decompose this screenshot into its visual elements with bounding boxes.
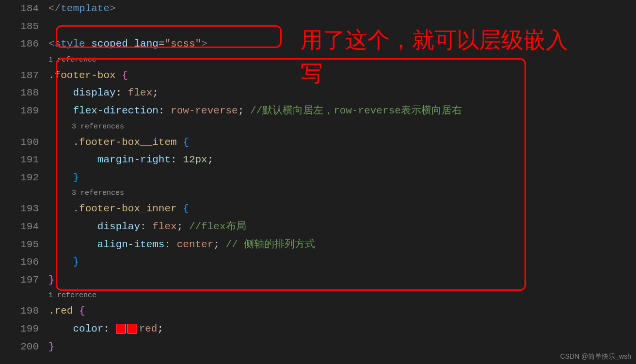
code-line: color: red; xyxy=(48,320,636,338)
codelens-references[interactable]: 1 reference xyxy=(48,53,636,67)
color-swatch-icon[interactable] xyxy=(116,324,126,333)
code-area[interactable]: </template> <style scoped lang="scss"> 1… xyxy=(48,0,636,364)
code-line: .footer-box__item { xyxy=(48,134,636,152)
gutter-spacer xyxy=(0,53,39,67)
code-line: } xyxy=(48,253,636,271)
line-number-gutter: 184 185 186 187 188 189 190 191 192 193 … xyxy=(0,0,48,364)
code-line: </template> xyxy=(48,0,636,18)
code-line: <style scoped lang="scss"> xyxy=(48,35,636,53)
code-line: } xyxy=(48,169,636,187)
code-line: .red { xyxy=(48,302,636,320)
line-number: 188 xyxy=(0,84,39,102)
code-line: flex-direction: row-reverse; //默认横向居左，ro… xyxy=(48,102,636,120)
gutter-spacer xyxy=(0,187,39,200)
line-number: 196 xyxy=(0,253,39,271)
gutter-spacer xyxy=(0,120,39,134)
code-line: .footer-box_inner { xyxy=(48,200,636,218)
line-number: 193 xyxy=(0,200,39,218)
code-editor[interactable]: 184 185 186 187 188 189 190 191 192 193 … xyxy=(0,0,636,364)
watermark: CSDN @简单快乐_wsh xyxy=(560,352,631,361)
line-number: 191 xyxy=(0,151,39,169)
code-line xyxy=(48,18,636,36)
line-number: 189 xyxy=(0,102,39,120)
line-number: 186 xyxy=(0,35,39,53)
line-number: 200 xyxy=(0,338,39,356)
code-line: display: flex; xyxy=(48,84,636,102)
code-line: align-items: center; // 侧轴的排列方式 xyxy=(48,236,636,254)
line-number: 197 xyxy=(0,271,39,289)
code-line: display: flex; //flex布局 xyxy=(48,218,636,236)
codelens-references[interactable]: 3 references xyxy=(48,120,636,134)
line-number: 187 xyxy=(0,67,39,85)
line-number: 184 xyxy=(0,0,39,18)
code-line: margin-right: 12px; xyxy=(48,151,636,169)
gutter-spacer xyxy=(0,289,39,302)
codelens-references[interactable]: 3 references xyxy=(48,187,636,200)
line-number: 194 xyxy=(0,218,39,236)
line-number: 190 xyxy=(0,134,39,152)
code-line: } xyxy=(48,338,636,356)
color-swatch-icon[interactable] xyxy=(127,324,137,333)
line-number: 198 xyxy=(0,302,39,320)
line-number: 192 xyxy=(0,169,39,187)
code-line: } xyxy=(48,271,636,289)
code-line: .footer-box { xyxy=(48,67,636,85)
codelens-references[interactable]: 1 reference xyxy=(48,289,636,302)
line-number: 195 xyxy=(0,236,39,254)
line-number: 185 xyxy=(0,18,39,36)
line-number: 199 xyxy=(0,320,39,338)
